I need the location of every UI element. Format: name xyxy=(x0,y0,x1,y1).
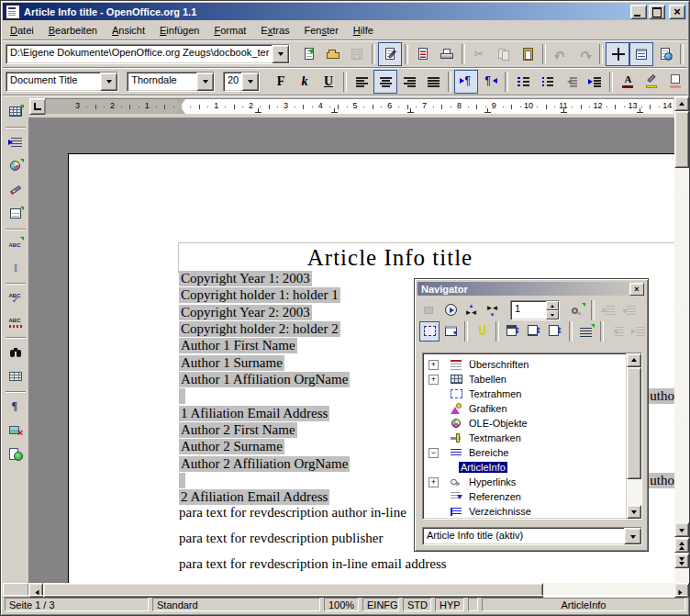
content-view-button[interactable] xyxy=(440,321,461,342)
draw-functions-button[interactable] xyxy=(4,178,28,202)
direct-cursor-button[interactable] xyxy=(4,256,28,280)
tree-expander-plus[interactable]: + xyxy=(428,477,439,487)
export-pdf-button[interactable] xyxy=(411,42,435,66)
menu-bearbeiten[interactable]: Bearbeiten xyxy=(41,22,105,39)
graphics-onoff-button[interactable] xyxy=(4,419,28,442)
document-line[interactable]: Copyright holder 1: holder 1 xyxy=(179,287,340,304)
vertical-scrollbar[interactable] xyxy=(674,96,689,583)
navigator-tree-item-bereiche[interactable]: −Bereiche xyxy=(423,445,641,460)
form-functions-button[interactable] xyxy=(4,202,28,226)
align-right-button[interactable] xyxy=(397,70,421,94)
font-color-button[interactable] xyxy=(616,70,640,94)
navigator-tree-scrollbar[interactable] xyxy=(626,353,641,519)
rtl-button[interactable] xyxy=(478,70,502,94)
next-page-button[interactable] xyxy=(674,554,689,568)
menu-hilfe[interactable]: Hilfe xyxy=(346,22,381,39)
navigator-tree-item-textrahmen[interactable]: Textrahmen xyxy=(423,386,641,401)
paste-button[interactable] xyxy=(516,42,540,66)
document-line[interactable]: utho xyxy=(179,388,185,405)
tree-expander-minus[interactable]: − xyxy=(428,448,439,458)
document-line[interactable]: 2 Afiliation Email Address xyxy=(179,489,329,506)
menu-fenster[interactable]: Fenster xyxy=(297,22,346,39)
insert-object-button[interactable] xyxy=(4,154,28,178)
close-button[interactable] xyxy=(669,5,685,19)
menu-ansicht[interactable]: Ansicht xyxy=(105,22,152,39)
spellcheck-button[interactable] xyxy=(4,286,28,310)
increase-indent-button[interactable] xyxy=(583,70,607,94)
document-paragraph[interactable]: para text for revdescription in-line ema… xyxy=(179,556,447,572)
navigator-title-bar[interactable]: Navigator × xyxy=(417,282,645,296)
underline-button[interactable]: U xyxy=(317,70,340,94)
navigator-button[interactable] xyxy=(606,42,629,66)
font-size-value[interactable]: 20 xyxy=(224,73,241,91)
minimize-button[interactable] xyxy=(630,5,647,19)
background-button[interactable] xyxy=(663,70,687,94)
navigator-close-button[interactable]: × xyxy=(629,283,644,296)
tab-type-button[interactable] xyxy=(29,98,46,115)
page-number-value[interactable]: 1 xyxy=(511,301,546,319)
paragraph-style-value[interactable]: Document Title xyxy=(6,73,100,91)
nonprinting-characters-button[interactable] xyxy=(4,395,28,419)
indent-marker-bottom[interactable] xyxy=(176,103,185,114)
new-document-button[interactable] xyxy=(297,42,321,66)
font-dropdown-button[interactable] xyxy=(196,73,214,91)
numbering-button[interactable] xyxy=(511,70,535,94)
next-button[interactable] xyxy=(483,300,503,320)
align-center-button[interactable] xyxy=(373,70,397,94)
scroll-up-button[interactable] xyxy=(627,353,641,367)
document-line[interactable]: Author 2 Surname xyxy=(179,439,284,455)
tree-expander-plus[interactable]: + xyxy=(428,360,439,370)
justify-button[interactable] xyxy=(421,70,445,94)
bold-button[interactable]: F xyxy=(269,70,293,94)
menu-extras[interactable]: Extras xyxy=(253,22,296,39)
status-page-number[interactable]: Seite 1 / 3 xyxy=(5,598,149,611)
autotext-button[interactable] xyxy=(4,232,28,256)
spin-up-button[interactable] xyxy=(546,301,559,310)
navigator-tree-item-tabellen[interactable]: +Tabellen xyxy=(423,372,641,386)
navigator-document-value[interactable]: Article Info title (aktiv) xyxy=(423,528,624,544)
autospellcheck-button[interactable] xyxy=(4,310,28,334)
previous-page-button[interactable] xyxy=(674,538,689,553)
paragraph-style-combobox[interactable]: Document Title xyxy=(6,72,118,92)
menu-format[interactable]: Format xyxy=(206,22,253,39)
status-insert-mode[interactable]: EINFG xyxy=(362,598,399,611)
document-line[interactable]: Author 2 Affiliation OrgName xyxy=(179,456,350,473)
font-name-combobox[interactable]: Thorndale xyxy=(127,72,215,92)
document-line[interactable]: Copyright holder 2: holder 2 xyxy=(179,321,340,338)
url-value[interactable]: D:\Eigene Dokumente\OpenOffice.org Zeugs… xyxy=(6,45,272,63)
align-left-button[interactable] xyxy=(350,70,373,94)
data-sources-button[interactable] xyxy=(4,364,28,388)
scrollbar-thumb[interactable] xyxy=(627,367,641,479)
page-number-spinner[interactable]: 1 xyxy=(510,300,560,320)
document-line[interactable]: Author 2 First Name xyxy=(179,422,297,439)
highlighting-button[interactable] xyxy=(640,70,663,94)
scroll-down-button[interactable] xyxy=(627,505,641,519)
document-line[interactable]: 1 Afiliation Email Address xyxy=(179,406,329,422)
print-button[interactable] xyxy=(435,42,459,66)
bullets-button[interactable] xyxy=(535,70,559,94)
scrollbar-track[interactable] xyxy=(674,96,689,583)
navigator-tree-item-referenzen[interactable]: Referenzen xyxy=(423,489,641,504)
navigator-tree-item-grafiken[interactable]: Grafiken xyxy=(423,401,641,416)
navigator-tree-item-articleinfo[interactable]: ArticleInfo xyxy=(423,460,641,475)
footer-button[interactable] xyxy=(524,321,544,342)
italic-button[interactable]: k xyxy=(293,70,317,94)
navigation-button[interactable] xyxy=(440,300,461,320)
navigator-tree-item-hyperlinks[interactable]: +Hyperlinks xyxy=(423,475,641,489)
gallery-button[interactable] xyxy=(686,42,690,66)
navigator-document-combobox[interactable]: Article Info title (aktiv) xyxy=(422,527,642,545)
ruler-band[interactable]: 3211234567891011121314 xyxy=(45,98,674,115)
status-page-style[interactable]: Standard xyxy=(152,598,320,611)
status-hyperlink-mode[interactable]: HYP xyxy=(435,598,464,611)
previous-button[interactable] xyxy=(462,300,482,320)
font-size-combobox[interactable]: 20 xyxy=(223,72,260,92)
stylist-button[interactable] xyxy=(629,42,653,66)
status-zoom-level[interactable]: 100% xyxy=(324,598,359,611)
insert-table-button[interactable] xyxy=(4,100,28,124)
open-button[interactable] xyxy=(321,42,345,66)
scrollbar-thumb[interactable] xyxy=(674,111,689,168)
navigator-dropdown-button[interactable] xyxy=(624,528,641,544)
status-selection-mode[interactable]: STD xyxy=(403,598,431,611)
document-line[interactable]: utho xyxy=(179,473,185,489)
maximize-button[interactable] xyxy=(649,5,665,19)
